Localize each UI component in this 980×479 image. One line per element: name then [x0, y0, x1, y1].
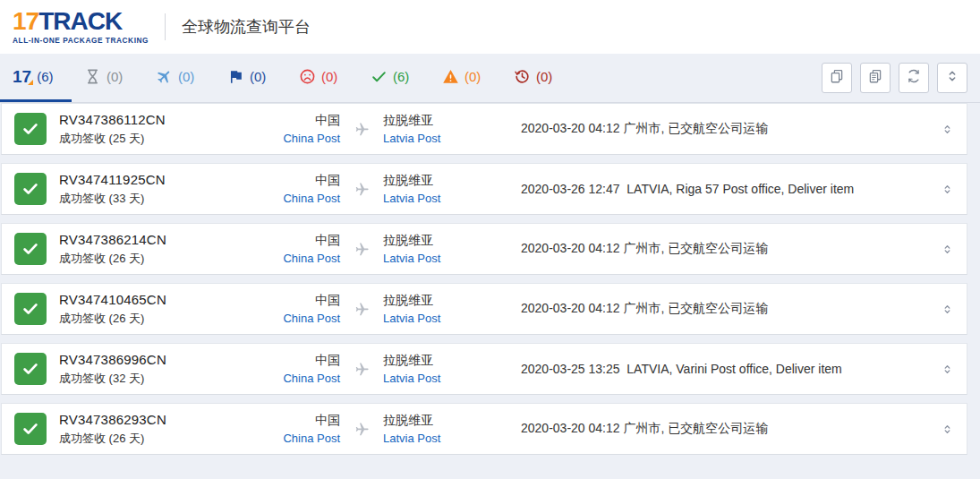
destination-country: 拉脱维亚 — [383, 233, 517, 249]
destination-country: 拉脱维亚 — [383, 173, 517, 189]
destination-carrier-link[interactable]: Latvia Post — [383, 372, 440, 385]
delivered-check-icon — [14, 113, 47, 145]
header-divider — [165, 13, 166, 40]
tracking-number[interactable]: RV347386293CN — [59, 412, 270, 427]
destination-carrier-link[interactable]: Latvia Post — [383, 312, 440, 325]
tab-delivered[interactable]: (6) — [358, 54, 430, 102]
origin-carrier-link[interactable]: China Post — [283, 312, 340, 325]
destination-carrier-link[interactable]: Latvia Post — [383, 432, 440, 445]
list-toolbar — [822, 54, 967, 102]
origin-country: 中国 — [270, 353, 340, 369]
site-header: 17TRACK ALL-IN-ONE PACKAGE TRACKING 全球物流… — [0, 0, 980, 54]
origin-carrier-link[interactable]: China Post — [283, 372, 340, 385]
airplane-transit-icon — [340, 302, 383, 317]
tracking-number[interactable]: RV347386214CN — [59, 232, 270, 247]
delivered-check-icon — [14, 233, 47, 265]
copy-details-icon — [867, 68, 883, 88]
tracking-number[interactable]: RV347386112CN — [59, 112, 270, 127]
history-clock-icon — [514, 68, 531, 85]
expand-row-button[interactable] — [927, 184, 967, 194]
tab-not-found[interactable]: (0) — [72, 54, 143, 102]
latest-event: 2020-03-20 04:12 广州市, 已交航空公司运输 — [517, 241, 927, 257]
tab-all-packages[interactable]: 17 (6) — [0, 54, 72, 102]
hourglass-icon — [84, 68, 101, 85]
airplane-transit-icon — [340, 182, 383, 197]
tracking-row[interactable]: RV347386214CN 成功签收 (26 天) 中国 China Post … — [1, 223, 967, 275]
delivered-check-icon — [14, 293, 47, 325]
expand-row-button[interactable] — [927, 124, 967, 134]
tab-count: (6) — [393, 69, 409, 84]
delivery-status-text: 成功签收 (26 天) — [59, 431, 270, 447]
tab-count: (0) — [321, 69, 337, 84]
latest-event: 2020-03-26 12:47 LATVIA, Riga 57 Post of… — [517, 182, 927, 196]
delivery-status-text: 成功签收 (32 天) — [59, 371, 270, 387]
tab-count: (0) — [107, 69, 123, 84]
seventeen-logo-icon: 17 — [13, 68, 31, 85]
tab-count: (0) — [464, 69, 481, 84]
refresh-icon — [906, 68, 922, 88]
origin-carrier-link[interactable]: China Post — [283, 192, 340, 205]
sad-face-icon — [299, 68, 316, 85]
logo-track-part: TRACK — [38, 7, 122, 35]
logo-subtitle: ALL-IN-ONE PACKAGE TRACKING — [13, 37, 149, 44]
warning-icon — [442, 68, 459, 85]
expand-collapse-all-button[interactable] — [937, 63, 967, 93]
expand-row-button[interactable] — [927, 304, 967, 314]
latest-event: 2020-03-20 04:12 广州市, 已交航空公司运输 — [517, 421, 927, 437]
destination-country: 拉脱维亚 — [383, 353, 517, 369]
logo-text: 17TRACK — [13, 9, 149, 34]
tracking-row[interactable]: RV347411925CN 成功签收 (33 天) 中国 China Post … — [1, 163, 967, 215]
status-filter-tabbar: 17 (6) (0) (0) — [0, 54, 980, 103]
tab-pick-up[interactable]: (0) — [215, 54, 286, 102]
tracking-row[interactable]: RV347386293CN 成功签收 (26 天) 中国 China Post … — [1, 403, 967, 455]
tab-alert[interactable]: (0) — [430, 54, 501, 102]
up-down-chevrons-icon — [945, 69, 959, 87]
delivered-check-icon — [14, 353, 47, 385]
tracking-row[interactable]: RV347410465CN 成功签收 (26 天) 中国 China Post … — [1, 283, 967, 335]
destination-carrier-link[interactable]: Latvia Post — [383, 192, 440, 205]
expand-row-button[interactable] — [927, 364, 967, 374]
copy-details-button[interactable] — [860, 63, 891, 93]
tracking-row[interactable]: RV347386112CN 成功签收 (25 天) 中国 China Post … — [1, 103, 967, 155]
latest-event: 2020-03-25 13:25 LATVIA, Varini Post off… — [517, 362, 927, 376]
tab-expired[interactable]: (0) — [501, 54, 573, 102]
tracking-list: RV347386112CN 成功签收 (25 天) 中国 China Post … — [0, 103, 980, 455]
tab-count: (0) — [536, 69, 552, 84]
copy-all-button[interactable] — [822, 63, 852, 93]
delivery-status-text: 成功签收 (33 天) — [59, 191, 270, 207]
tracking-number[interactable]: RV347386996CN — [59, 352, 270, 367]
status-tabs: 17 (6) (0) (0) — [0, 54, 573, 102]
delivery-status-text: 成功签收 (26 天) — [59, 311, 270, 327]
tab-count: (0) — [250, 69, 266, 84]
origin-carrier-link[interactable]: China Post — [283, 132, 340, 145]
destination-carrier-link[interactable]: Latvia Post — [383, 132, 440, 145]
tracking-row[interactable]: RV347386996CN 成功签收 (32 天) 中国 China Post … — [1, 343, 967, 395]
logo-17-part: 17 — [13, 7, 38, 35]
17track-logo[interactable]: 17TRACK ALL-IN-ONE PACKAGE TRACKING — [13, 9, 149, 44]
tab-count: (0) — [178, 69, 194, 84]
destination-country: 拉脱维亚 — [383, 113, 517, 129]
delivered-check-icon — [14, 173, 47, 205]
tracking-number[interactable]: RV347410465CN — [59, 292, 270, 307]
origin-carrier-link[interactable]: China Post — [283, 252, 340, 265]
check-icon — [371, 68, 388, 85]
airplane-transit-icon — [340, 242, 383, 257]
airplane-icon — [152, 64, 176, 89]
origin-carrier-link[interactable]: China Post — [283, 432, 340, 445]
expand-row-button[interactable] — [927, 244, 967, 254]
destination-country: 拉脱维亚 — [383, 293, 517, 309]
origin-country: 中国 — [270, 413, 340, 429]
expand-row-button[interactable] — [927, 424, 967, 434]
origin-country: 中国 — [270, 173, 340, 189]
destination-carrier-link[interactable]: Latvia Post — [383, 252, 440, 265]
tracking-number[interactable]: RV347411925CN — [59, 172, 270, 187]
origin-country: 中国 — [270, 113, 340, 129]
tab-in-transit[interactable]: (0) — [143, 54, 215, 102]
airplane-transit-icon — [340, 422, 383, 437]
tab-undelivered[interactable]: (0) — [286, 54, 358, 102]
delivery-status-text: 成功签收 (26 天) — [59, 251, 270, 267]
destination-country: 拉脱维亚 — [383, 413, 517, 429]
refresh-button[interactable] — [899, 63, 929, 93]
airplane-transit-icon — [340, 122, 383, 137]
flag-icon — [227, 68, 244, 85]
